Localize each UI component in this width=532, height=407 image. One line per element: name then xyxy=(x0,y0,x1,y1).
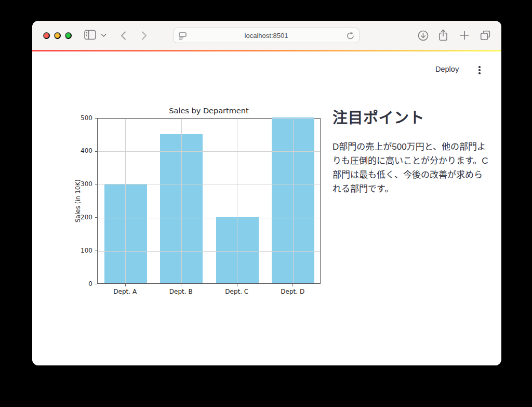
plot-area xyxy=(97,118,321,284)
chart-y-axis-label: Sales (in 10K) xyxy=(74,118,83,284)
share-icon xyxy=(438,29,448,42)
chevron-left-icon xyxy=(121,31,126,40)
y-tick-label: 300 xyxy=(72,180,92,188)
url-text: localhost:8501 xyxy=(245,32,288,40)
reload-button[interactable] xyxy=(347,32,354,42)
chevron-down-icon xyxy=(101,33,107,37)
y-tick-label: 400 xyxy=(72,147,92,155)
y-tick-label: 100 xyxy=(72,247,92,255)
forward-button[interactable] xyxy=(141,31,147,40)
downloads-button[interactable] xyxy=(418,30,429,41)
tab-overview-button[interactable] xyxy=(480,30,491,41)
zoom-window-button[interactable] xyxy=(65,32,72,39)
y-tick-mark xyxy=(95,284,97,284)
gridline-v xyxy=(125,119,126,283)
minimize-window-button[interactable] xyxy=(54,32,61,39)
gridline-h xyxy=(98,151,320,152)
kebab-dot xyxy=(478,66,481,68)
sidebar-icon xyxy=(84,30,97,41)
new-tab-button[interactable] xyxy=(460,31,469,40)
sidebar-toggle-button[interactable] xyxy=(84,30,97,41)
chart-title: Sales by Department xyxy=(97,107,321,115)
address-bar[interactable]: localhost:8501 xyxy=(173,28,360,43)
x-tick-label: Dept. B xyxy=(157,288,204,295)
app-content: Deploy Sales by Department Sales (in 10K… xyxy=(32,51,501,365)
kebab-dot xyxy=(478,72,481,74)
browser-window: localhost:8501 xyxy=(32,21,501,365)
y-tick-mark xyxy=(95,217,97,218)
gridline-v xyxy=(293,119,294,283)
x-tick-label: Dept. A xyxy=(102,288,149,295)
x-tick-mark xyxy=(181,284,181,286)
chart-figure: Sales by Department Sales (in 10K) 01002… xyxy=(72,107,332,301)
share-button[interactable] xyxy=(438,29,448,42)
x-tick-mark xyxy=(292,284,293,286)
gridline-h xyxy=(98,218,320,218)
gridline-h xyxy=(98,185,320,185)
sidebar-menu-button[interactable] xyxy=(101,33,107,37)
screenshot-stage: localhost:8501 xyxy=(0,0,532,407)
y-tick-label: 200 xyxy=(72,214,92,221)
y-tick-mark xyxy=(95,251,97,251)
gridline-v xyxy=(181,119,182,283)
gridline-v xyxy=(237,119,237,283)
y-tick-mark xyxy=(95,151,97,152)
note-heading: 注目ポイント xyxy=(332,106,498,127)
close-window-button[interactable] xyxy=(43,32,50,39)
y-tick-mark xyxy=(95,185,97,185)
x-tick-mark xyxy=(237,284,237,286)
note-column: 注目ポイント D部門の売上が500万円と、他の部門よりも圧倒的に高いことが分かり… xyxy=(332,106,498,196)
deploy-button[interactable]: Deploy xyxy=(435,65,459,73)
tabs-icon xyxy=(480,30,491,41)
y-tick-label: 500 xyxy=(72,114,92,122)
x-tick-mark xyxy=(125,284,126,286)
gridline-h xyxy=(98,119,320,119)
download-icon xyxy=(418,30,429,41)
traffic-lights xyxy=(43,32,72,39)
kebab-dot xyxy=(478,69,481,71)
reader-view-icon xyxy=(178,32,187,40)
plus-icon xyxy=(460,31,469,40)
app-menu-button[interactable] xyxy=(474,64,485,76)
browser-toolbar: localhost:8501 xyxy=(32,21,501,50)
x-tick-label: Dept. D xyxy=(269,288,316,295)
chevron-right-icon xyxy=(141,31,147,40)
y-tick-mark xyxy=(95,118,97,119)
gridline-h xyxy=(98,251,320,252)
note-paragraph: D部門の売上が500万円と、他の部門よりも圧倒的に高いことが分かります。C部門は… xyxy=(332,140,489,196)
reload-icon xyxy=(347,32,354,40)
page-format-button[interactable] xyxy=(178,32,187,42)
y-tick-label: 0 xyxy=(72,280,92,288)
x-tick-label: Dept. C xyxy=(214,288,260,295)
back-button[interactable] xyxy=(121,31,126,40)
